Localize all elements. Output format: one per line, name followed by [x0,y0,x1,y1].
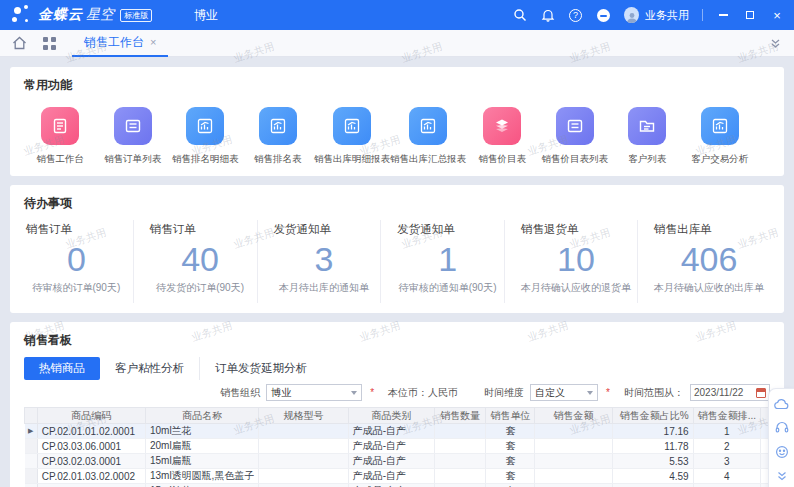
function-shortcuts-row: 销售工作台 销售订单列表 销售排名明细表 销售排名表 [24,107,770,166]
bell-icon[interactable] [540,8,555,23]
todo-count: 406 [654,239,764,279]
shortcut-price-list-list[interactable]: 销售价目表列表 [539,107,612,166]
avatar[interactable] [624,8,639,23]
shortcut-sales-rank[interactable]: 销售排名表 [242,107,315,166]
time-dim-select[interactable]: 自定义 [530,384,598,401]
home-icon[interactable] [12,36,27,50]
shortcut-price-list[interactable]: 销售价目表 [466,107,539,166]
required-marker: * [370,387,374,398]
shortcut-customer-list[interactable]: 客户列表 [611,107,684,166]
layers-icon [483,107,521,145]
chevron-down-icon [351,391,357,395]
tab-hot-products[interactable]: 热销商品 [24,357,100,380]
float-helper-widget [768,388,794,487]
time-dim-label: 时间维度 [484,386,524,400]
common-functions-panel: 常用功能 销售工作台 销售订单列表 销售排名明细表 [10,67,784,176]
org-select[interactable]: 博业 [266,384,362,401]
col-sales-qty[interactable]: 销售数量 [435,408,486,424]
table-row[interactable]: CP.03.02.03.000115ml扁瓶产成品-自产套5.533 [25,454,770,469]
smiley-icon[interactable] [775,445,789,459]
board-tabs: 热销商品 客户粘性分析 订单发货延期分析 [24,357,770,380]
todo-count: 10 [521,239,631,279]
tab-customer-stickiness[interactable]: 客户粘性分析 [100,357,199,380]
chevron-double-down-icon[interactable] [776,470,788,482]
col-product-name[interactable]: 商品名称 [145,408,258,424]
todo-count: 0 [26,239,127,279]
row-marker: ▶ [25,424,38,439]
sales-board-panel: 销售看板 热销商品 客户粘性分析 订单发货延期分析 销售组织 博业 * 本位币：… [10,322,784,487]
kingdee-logo-icon [12,5,32,25]
table-row[interactable]: CP.02.01.03.02.000213ml透明圆瓶,黑色盖子产成品-自产套4… [25,469,770,484]
chart-icon [186,107,224,145]
org-filter-label: 销售组织 [220,386,260,400]
shortcut-sales-order-list[interactable]: 销售订单列表 [97,107,170,166]
tab-order-delay-analysis[interactable]: 订单发货延期分析 [199,357,322,380]
section-title-common: 常用功能 [24,77,770,94]
app-logo-text: 金蝶云 [38,6,83,24]
current-user-label[interactable]: 业务共用 [645,8,689,23]
help-icon[interactable]: ? [568,8,583,23]
time-range-label: 时间范围从： [624,386,684,400]
edition-badge: 标准版 [120,9,152,22]
minimize-button[interactable] [716,8,730,22]
col-sales-amount[interactable]: 销售金额 [535,408,612,424]
chevron-down-icon [587,391,593,395]
todo-count: 40 [150,239,251,279]
table-row[interactable]: CP.02.01.04.02.000115ml兰花产成品-自产套3.235 [25,484,770,487]
chevron-double-down-icon[interactable] [769,37,782,50]
todo-cards-row: 销售订单 0 待审核的订单(90天) 销售订单 40 待发货的订单(90天) 发… [24,220,770,303]
tab-label: 销售工作台 [84,34,144,51]
shortcut-customer-analysis[interactable]: 客户交易分析 [684,107,757,166]
todo-count: 1 [397,239,498,279]
col-category[interactable]: 商品类别 [348,408,434,424]
hot-products-table: 商品编码 商品名称 规格型号 商品类别 销售数量 销售单位 销售金额 销售金额占… [24,407,770,487]
top-menu-item[interactable]: 博业 [194,7,218,24]
list-icon [114,107,152,145]
headset-icon[interactable] [775,421,789,434]
grid-menu-icon[interactable] [43,37,56,50]
shortcut-sales-workbench[interactable]: 销售工作台 [24,107,97,166]
col-spec-model[interactable]: 规格型号 [259,408,348,424]
shortcut-outbound-summary-report[interactable]: 销售出库汇总报表 [390,107,466,166]
todo-card-pending-approval-orders[interactable]: 销售订单 0 待审核的订单(90天) [24,220,133,303]
chart-icon [333,107,371,145]
todo-count: 3 [274,239,375,279]
maximize-button[interactable] [743,8,757,22]
col-amount-rank[interactable]: 销售金额排... [693,408,760,424]
search-icon[interactable] [512,8,527,23]
workspace-tab-bar: 销售工作台 × [0,30,794,57]
chart-icon [701,107,739,145]
close-button[interactable]: × [770,8,784,22]
shortcut-add-function[interactable]: + 点击... [756,107,770,166]
date-from-input[interactable]: 2023/11/22 [690,384,770,401]
todo-card-delivery-notices-outbound[interactable]: 发货通知单 3 本月待出库的通知单 [257,220,381,303]
main-content: 常用功能 销售工作台 销售订单列表 销售排名明细表 [0,57,794,487]
shortcut-outbound-detail-report[interactable]: 销售出库明细报表 [314,107,390,166]
todo-card-sales-outbound[interactable]: 销售出库单 406 本月待确认应收的出库单 [637,220,770,303]
doc-icon [41,107,79,145]
calendar-icon [756,388,766,398]
table-row[interactable]: ▶ CP.02.01.01.02.000110ml兰花产成品-自产套17.161 [25,424,770,439]
table-row[interactable]: CP.03.03.06.000120ml扁瓶产成品-自产套11.782 [25,439,770,454]
section-title-board: 销售看板 [24,332,770,349]
table-header-row: 商品编码 商品名称 规格型号 商品类别 销售数量 销售单位 销售金额 销售金额占… [25,408,770,424]
col-sales-unit[interactable]: 销售单位 [486,408,535,424]
shortcut-sales-rank-detail[interactable]: 销售排名明细表 [169,107,242,166]
todo-card-delivery-notices-approval[interactable]: 发货通知单 1 待审核的通知单(90天) [380,220,504,303]
tab-close-icon[interactable]: × [150,36,156,48]
cloud-icon[interactable] [774,398,789,410]
board-filters: 销售组织 博业 * 本位币：人民币 时间维度 自定义 * 时间范围从： 2023… [24,384,770,401]
todo-card-sales-returns[interactable]: 销售退货单 10 本月待确认应收的退货单 [504,220,637,303]
todo-card-pending-shipment-orders[interactable]: 销售订单 40 待发货的订单(90天) [133,220,257,303]
divider [702,9,703,21]
todo-panel: 待办事项 销售订单 0 待审核的订单(90天) 销售订单 40 待发货的订单(9… [10,185,784,313]
chart-icon [259,107,297,145]
list-icon [556,107,594,145]
currency-label: 本位币：人民币 [388,386,458,400]
col-amount-pct[interactable]: 销售金额占比% [612,408,693,424]
folder-icon [628,107,666,145]
tab-sales-workbench[interactable]: 销售工作台 × [72,30,168,57]
status-icon[interactable] [596,8,611,23]
required-marker: * [606,387,610,398]
col-product-code[interactable]: 商品编码 [37,408,145,424]
